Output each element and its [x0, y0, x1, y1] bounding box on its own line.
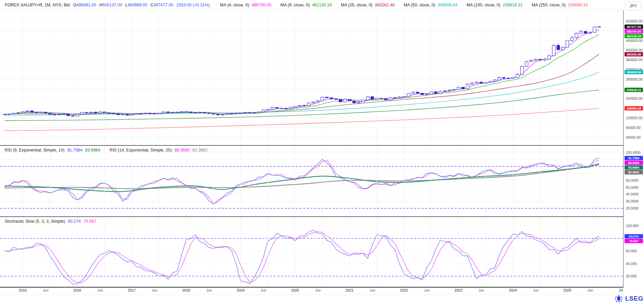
axis-tick-label: 80000.00: [626, 126, 641, 130]
month-label: Jun: [206, 288, 212, 292]
price-axis[interactable]: JPY 520000.00440000.00400000.00360000.00…: [623, 0, 644, 304]
axis-tick-label: 40.0000: [626, 192, 639, 196]
indicator-value: 83.6964: [85, 148, 100, 153]
axis-tick-label: 20.000: [626, 274, 637, 278]
year-label: 2018: [182, 288, 190, 292]
indicator-label: RSI (9, Exponential, Simple, 14): [5, 148, 65, 153]
month-label: Jun: [152, 288, 158, 292]
price-badge: 82.3662: [625, 170, 643, 174]
axis-tick-label: 50.0000: [626, 186, 639, 189]
year-label: 2023: [454, 288, 462, 292]
axis-tick-label: 280000.00: [626, 78, 643, 81]
price-badge: 485700.00: [625, 29, 643, 34]
year-label: 2022: [400, 288, 408, 292]
price-badge: 83.274: [625, 234, 643, 238]
price-badge: 91.7384: [625, 156, 643, 160]
price-badge: 235618.21: [625, 88, 643, 92]
panel-divider[interactable]: [0, 145, 623, 146]
axis-tick-label: 100.0000: [626, 151, 641, 155]
year-label: 2019: [237, 288, 244, 292]
axis-tick-label: 520000.00: [626, 19, 643, 23]
year-label: 2021: [346, 288, 353, 292]
axis-tick-label: 60.0000: [626, 179, 639, 182]
indicator-label: Stochastic Slow (5, 3, 3, Simple): [5, 219, 65, 224]
price-badge: 309608.84: [625, 70, 643, 74]
axis-tick-label: 30.0000: [626, 200, 639, 203]
year-label: 2016: [73, 288, 81, 292]
month-label: Jun: [479, 288, 484, 292]
indicator-value: 83.274: [68, 219, 81, 224]
month-label: Jun: [424, 288, 430, 292]
price-badge: 159090.33: [625, 106, 643, 111]
year-label: 2024: [509, 288, 517, 292]
month-label: Jun: [43, 288, 49, 292]
indicator-label: RSI (14, Exponential, Simple, 25): [110, 148, 172, 153]
axis-tick-label: 40000.00: [626, 136, 641, 139]
axis-tick-label: 360000.00: [626, 58, 643, 62]
indicator-value: 82.3662: [192, 148, 207, 153]
year-label: 2020: [291, 288, 299, 292]
month-label: Jun: [261, 288, 267, 292]
year-label: 2015: [19, 288, 27, 292]
chart-application: FOREX XAUJPY=R, 1M, NYS, Bid O495891.00H…: [0, 0, 644, 304]
lseg-wordmark: LSEG: [625, 295, 643, 302]
year-label-partial: 20: [619, 288, 624, 292]
price-badge: 83.6964: [625, 165, 643, 170]
indicator-value: 88.9500: [174, 148, 190, 153]
axis-tick-label: 40.000: [626, 262, 637, 266]
lseg-crest-icon: [614, 294, 623, 303]
price-badge: 462130.33: [625, 34, 643, 38]
indicator-value: 91.7384: [67, 148, 82, 153]
price-badge: 79.567: [625, 239, 643, 243]
indicator-value: 79.567: [83, 219, 96, 224]
year-label: 2025: [563, 288, 571, 292]
axis-tick-label: 200000.00: [626, 97, 643, 100]
panel-divider[interactable]: [0, 216, 623, 217]
month-label: Jun: [97, 288, 103, 292]
stochastic-legend: Stochastic Slow (5, 3, 3, Simple)83.2747…: [5, 219, 96, 224]
currency-tab[interactable]: JPY: [625, 2, 641, 10]
month-label: Jun: [315, 288, 321, 292]
month-label: Jun: [588, 288, 593, 292]
lseg-logo: LSEG: [614, 294, 643, 303]
price-badge: 497477.00: [625, 25, 643, 29]
axis-tick-label: 120000.00: [626, 116, 643, 120]
year-label: 2017: [128, 288, 135, 292]
month-label: Jun: [370, 288, 375, 292]
month-label: Jun: [533, 288, 539, 292]
price-badge: 383262.48: [625, 52, 643, 56]
axis-tick-label: 60.000: [626, 249, 637, 253]
axis-tick-label: 440000.00: [626, 39, 643, 43]
axis-tick-label: 20.0000: [626, 207, 639, 210]
time-axis[interactable]: 2015Jun2016Jun2017Jun2018Jun2019Jun2020J…: [0, 288, 623, 295]
axis-tick-label: 100.000: [626, 224, 639, 228]
price-badge: 88.9500: [625, 161, 643, 165]
axis-tick-label: 400000.00: [626, 48, 643, 52]
rsi-legend: RSI (9, Exponential, Simple, 14)91.73848…: [5, 148, 207, 153]
